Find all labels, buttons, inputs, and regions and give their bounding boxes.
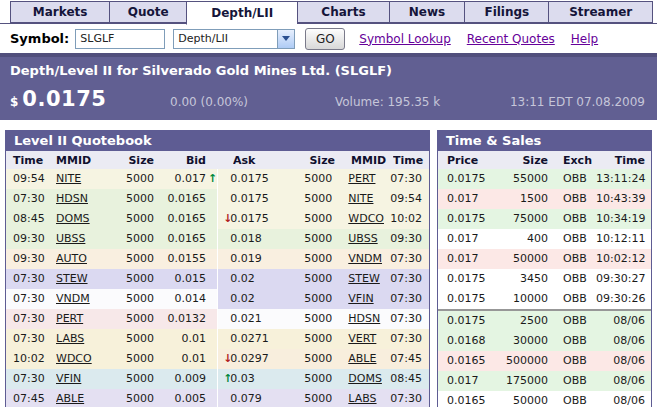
trade-exch: OBB	[548, 169, 596, 189]
trade-time: 08/06	[596, 311, 651, 331]
bid-mmid-link[interactable]: STEW	[56, 269, 110, 289]
col-exch: Exch	[548, 154, 596, 167]
bid-size: 5000	[110, 229, 154, 249]
bid-mmid-link[interactable]: DOMS	[56, 209, 110, 229]
symbol-bar: Symbol: Depth/LII GO Symbol Lookup Recen…	[0, 24, 657, 53]
bid-price: 0.0165	[154, 189, 206, 209]
trade-size: 1500	[488, 189, 548, 209]
ask-mmid-link[interactable]: DOMS	[332, 369, 390, 389]
ask-time: 07:30	[390, 309, 429, 329]
ask-price: 0.0175	[230, 189, 278, 209]
ask-mmid-link[interactable]: LABS	[332, 389, 390, 407]
ask-size: 5000	[278, 289, 332, 309]
ask-mmid-link[interactable]: STEW	[332, 269, 390, 289]
ask-mmid-link[interactable]: HDSN	[332, 309, 390, 329]
volume: Volume: 195.35 k	[335, 95, 510, 109]
ask-price: 0.079	[230, 389, 278, 407]
bid-price: 0.0165	[154, 209, 206, 229]
col-time-bid: Time	[6, 154, 56, 167]
trade-price: 0.0175	[438, 209, 488, 229]
bid-mmid-link[interactable]: PERT	[56, 309, 110, 329]
level2-row: 09:30AUTO50000.0155 0.0195000VNDM07:30	[6, 249, 429, 269]
ask-price: 0.0175	[230, 169, 278, 189]
trade-time: 08/06	[596, 331, 651, 351]
symbol-lookup-link[interactable]: Symbol Lookup	[359, 32, 450, 46]
ask-mmid-link[interactable]: UBSS	[332, 229, 390, 249]
ask-mmid-link[interactable]: NITE	[332, 189, 390, 209]
level2-row: 09:30UBSS50000.0165 0.0185000UBSS09:30	[6, 229, 429, 249]
trade-exch: OBB	[548, 189, 596, 209]
ask-size: 5000	[278, 349, 332, 369]
bid-mmid-link[interactable]: ABLE	[56, 389, 110, 407]
trade-size: 55000	[488, 169, 548, 189]
bid-time: 07:30	[6, 309, 56, 329]
ask-size: 5000	[278, 249, 332, 269]
bid-mmid-link[interactable]: LABS	[56, 329, 110, 349]
ask-mmid-link[interactable]: VNDM	[332, 249, 390, 269]
ask-mmid-link[interactable]: VFIN	[332, 289, 390, 309]
trade-price: 0.0175	[438, 311, 488, 331]
help-link[interactable]: Help	[571, 32, 598, 46]
ask-mmid-link[interactable]: PERT	[332, 169, 390, 189]
currency-symbol: $	[10, 95, 18, 109]
ask-price: 0.0271	[230, 329, 278, 349]
trade-exch: OBB	[548, 289, 596, 309]
ask-mmid-link[interactable]: ABLE	[332, 349, 390, 369]
bid-size: 5000	[110, 389, 154, 407]
last-price: $0.0175	[10, 87, 170, 111]
col-price: Price	[438, 154, 488, 167]
tab-quote[interactable]: Quote	[109, 1, 186, 23]
time-sales-column-headers: Price Size Exch Time	[438, 151, 651, 169]
ask-time: 07:30	[390, 169, 429, 189]
trade-size: 30000	[488, 331, 548, 351]
bid-mmid-link[interactable]: AUTO	[56, 249, 110, 269]
trade-size: 50000	[488, 249, 548, 269]
go-button[interactable]: GO	[305, 28, 345, 50]
chevron-down-icon[interactable]	[277, 30, 294, 48]
bid-mmid-link[interactable]: WDCO	[56, 349, 110, 369]
bid-time: 09:30	[6, 249, 56, 269]
tab-depth-lii[interactable]: Depth/LII	[186, 1, 297, 25]
bid-price: 0.005	[154, 389, 206, 407]
bid-size: 5000	[110, 329, 154, 349]
ask-size: 5000	[278, 329, 332, 349]
trade-price: 0.017	[438, 229, 488, 249]
level2-row: 07:45ABLE50000.005 0.0795000LABS07:30	[6, 389, 429, 407]
view-select[interactable]: Depth/LII	[173, 29, 295, 49]
bid-time: 08:45	[6, 209, 56, 229]
bid-price: 0.017	[154, 169, 206, 189]
bid-size: 5000	[110, 309, 154, 329]
trade-time: 09:30:27	[596, 269, 651, 289]
ask-mmid-link[interactable]: WDCO	[332, 209, 390, 229]
tab-filings[interactable]: Filings	[464, 1, 548, 23]
col-ask: Ask	[233, 154, 281, 167]
bid-mmid-link[interactable]: UBSS	[56, 229, 110, 249]
bid-price: 0.0132	[154, 309, 206, 329]
trade-size: 2500	[488, 311, 548, 331]
bid-time: 07:30	[6, 289, 56, 309]
tab-streamer[interactable]: Streamer	[548, 1, 653, 23]
main-nav: Markets Quote Depth/LII Charts News Fili…	[0, 0, 657, 24]
ask-time: 10:02	[390, 209, 429, 229]
ask-mmid-link[interactable]: VERT	[332, 329, 390, 349]
ask-size: 5000	[278, 189, 332, 209]
trade-time: 10:02:12	[596, 249, 651, 269]
bid-mmid-link[interactable]: VFIN	[56, 369, 110, 389]
bid-mmid-link[interactable]: HDSN	[56, 189, 110, 209]
tab-markets[interactable]: Markets	[10, 1, 109, 23]
trade-time: 08/06	[596, 351, 651, 371]
trade-exch: OBB	[548, 209, 596, 229]
ts-row: 0.017400OBB10:12:11	[438, 229, 651, 249]
ask-size: 5000	[278, 369, 332, 389]
tab-news[interactable]: News	[389, 1, 465, 23]
ask-time: 07:30	[390, 249, 429, 269]
trade-time: 13:11:24	[596, 169, 651, 189]
tab-charts[interactable]: Charts	[297, 1, 389, 23]
bid-mmid-link[interactable]: NITE	[56, 169, 110, 189]
symbol-input[interactable]	[75, 29, 165, 49]
trade-size: 175000	[488, 371, 548, 391]
trade-size: 500000	[488, 351, 548, 371]
time-sales-panel: Time & Sales Price Size Exch Time 0.0175…	[437, 130, 652, 407]
bid-mmid-link[interactable]: VNDM	[56, 289, 110, 309]
recent-quotes-link[interactable]: Recent Quotes	[467, 32, 555, 46]
